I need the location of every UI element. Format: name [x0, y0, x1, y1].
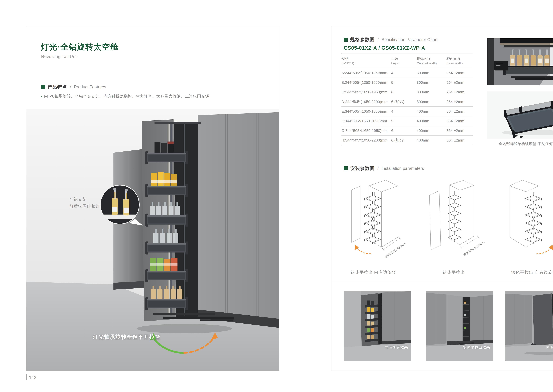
- effect-photo-rotate-right: 向右旋转效果: [505, 291, 553, 361]
- page-subtitle: Revolving Tall Unit: [41, 54, 78, 59]
- heading-separator: /: [378, 166, 379, 171]
- hero-photo-illustration: [27, 109, 279, 371]
- green-square-icon: [344, 38, 348, 42]
- spec-photo-basket: [487, 91, 553, 139]
- page-title: 灯光·全铝旋转太空舱: [41, 42, 118, 52]
- spec-photo-pullout: [487, 38, 553, 85]
- col-header: 柜体宽度Cabinet width: [417, 56, 447, 66]
- features-heading-en: Product Features: [74, 85, 106, 89]
- diagram-caption: 篮体平拉出 向左边旋转: [336, 270, 411, 275]
- pullout-label: 灯光轴承旋转全铝平开拉篮: [93, 334, 160, 341]
- effect-photo-middle-illustration: [426, 291, 493, 361]
- effect-photo-rotate-left: 向左旋转效果: [344, 291, 411, 361]
- right-page: 规格参数图 / Specification Parameter Chart GS…: [331, 26, 553, 371]
- install-heading-en: Installation parameters: [381, 166, 424, 171]
- features-heading-zh: 产品特点: [48, 84, 67, 90]
- install-diagram-middle-drawing: 柜内深度 ≥520mm: [416, 176, 491, 264]
- spec-heading-en: Specification Parameter Chart: [381, 37, 438, 42]
- table-row: C:244*505*(1650-1950)mm6300mm264 ±2mm: [341, 87, 473, 97]
- heading-separator: /: [378, 37, 379, 42]
- table-row: E:344*505*(1050-1350)mm4400mm364 ±2mm: [341, 107, 473, 116]
- diagram-caption: 篮体平拉出 向右边旋转: [497, 270, 553, 275]
- green-square-icon: [41, 85, 45, 89]
- bullet-dot-icon: [112, 96, 113, 97]
- dim-label: 柜内深度 ≥520mm: [384, 242, 407, 259]
- spec-photo-caption: 全内部榫卯结构玻璃篮·不见任何螺丝: [487, 141, 553, 146]
- features-section-header: 产品特点 / Product Features: [41, 84, 106, 90]
- spec-table: 规格(W*D*H) 层数Layer 柜体宽度Cabinet width 柜内宽度…: [341, 54, 473, 145]
- effect-photo-caption: 向右旋转效果: [546, 345, 553, 350]
- col-header: 柜内宽度Inner width: [447, 56, 473, 66]
- effect-photo-caption: 向左旋转效果: [385, 345, 408, 350]
- spec-section-header: 规格参数图 / Specification Parameter Chart: [344, 36, 437, 43]
- install-diagram-left-drawing: 柜内深度 ≥520mm: [336, 176, 411, 264]
- spec-photo-basket-illustration: [487, 91, 553, 139]
- hero-photo: 全铝支架 前后氛围硅胶灯 灯光轴承旋转全铝平开拉篮: [27, 109, 279, 371]
- diagram-caption: 篮体平拉出: [416, 270, 491, 275]
- divider: [332, 281, 553, 281]
- callout-label: 全铝支架 前后氛围硅胶灯: [69, 196, 100, 210]
- left-page: 灯光·全铝旋转太空舱 Revolving Tall Unit 产品特点 / Pr…: [26, 26, 279, 371]
- table-row: B:244*505*(1350-1650)mm5300mm264 ±2mm: [341, 78, 473, 87]
- effect-photo-pullout: 篮体平拉出效果: [426, 291, 493, 361]
- install-diagram-left: 柜内深度 ≥520mm: [336, 176, 411, 264]
- green-square-icon: [344, 166, 348, 170]
- page-number-left: 143: [29, 375, 36, 380]
- col-header: 规格(W*D*H): [341, 56, 391, 66]
- feature-bullet: 联动结构、省力静音、大容量大收纳、二边氛围光源: [112, 94, 209, 99]
- spec-photo-pullout-illustration: [487, 38, 553, 85]
- model-number: GS05-01XZ·A / GS05-01XZ-WP·A: [344, 45, 425, 51]
- effect-photo-left-illustration: [344, 291, 411, 361]
- heading-separator: /: [70, 85, 71, 89]
- callout-line2: 前后氛围硅胶灯: [69, 203, 100, 210]
- callout-line1: 全铝支架: [69, 196, 100, 203]
- catalog-spread: { "colors": { "brand_green": "#1d5c38", …: [0, 0, 553, 392]
- install-diagram-right-drawing: [497, 176, 553, 264]
- table-row: A:244*505*(1050-1350)mm4300mm264 ±2mm: [341, 68, 473, 78]
- dim-label: 柜内深度 ≥520mm: [463, 240, 485, 257]
- effect-photo-right-illustration: [505, 291, 553, 361]
- table-row: G:344*505*(1650-1950)mm6400mm364 ±2mm: [341, 126, 473, 136]
- spec-table-body: A:244*505*(1050-1350)mm4300mm264 ±2mm B:…: [341, 68, 473, 145]
- bullet-dot-icon: [41, 96, 42, 97]
- table-row: H:344*505*(1950-2200)mm6 (加高)400mm364 ±2…: [341, 136, 473, 145]
- install-diagram-right: [497, 176, 553, 264]
- effect-photo-caption: 篮体平拉出效果: [463, 345, 490, 350]
- install-heading-zh: 安装参数图: [350, 165, 375, 171]
- install-section-header: 安装参数图 / Installation parameters: [344, 165, 424, 171]
- install-diagram-middle: 柜内深度 ≥520mm: [416, 176, 491, 264]
- spec-table-header: 规格(W*D*H) 层数Layer 柜体宽度Cabinet width 柜内宽度…: [341, 54, 473, 68]
- table-row: F:344*505*(1350-1650)mm5400mm364 ±2mm: [341, 116, 473, 126]
- feature-text: 联动结构、省力静音、大容量大收纳、二边氛围光源: [115, 94, 209, 99]
- divider: [332, 158, 553, 158]
- spec-heading-zh: 规格参数图: [350, 36, 375, 43]
- footer-rule-left: [26, 374, 27, 380]
- table-row: D:244*505*(1950-2200)mm6 (加高)300mm264 ±2…: [341, 97, 473, 107]
- col-header: 层数Layer: [391, 56, 417, 66]
